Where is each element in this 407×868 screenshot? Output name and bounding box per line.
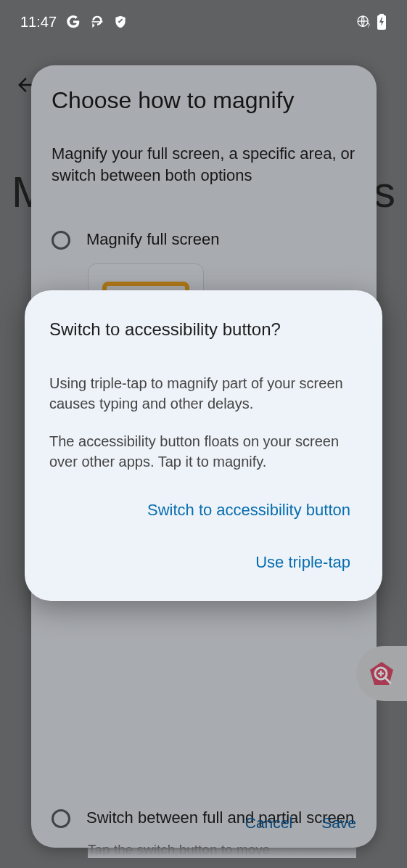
alert-body-2: The accessibility button floats on your … (49, 431, 358, 472)
use-triple-tap-button[interactable]: Use triple-tap (248, 549, 358, 576)
alert-title: Switch to accessibility button? (49, 319, 358, 340)
alert-body-1: Using triple-tap to magnify part of your… (49, 373, 358, 414)
switch-accessibility-button[interactable]: Switch to accessibility button (140, 496, 358, 524)
accessibility-switch-alert: Switch to accessibility button? Using tr… (25, 290, 382, 601)
